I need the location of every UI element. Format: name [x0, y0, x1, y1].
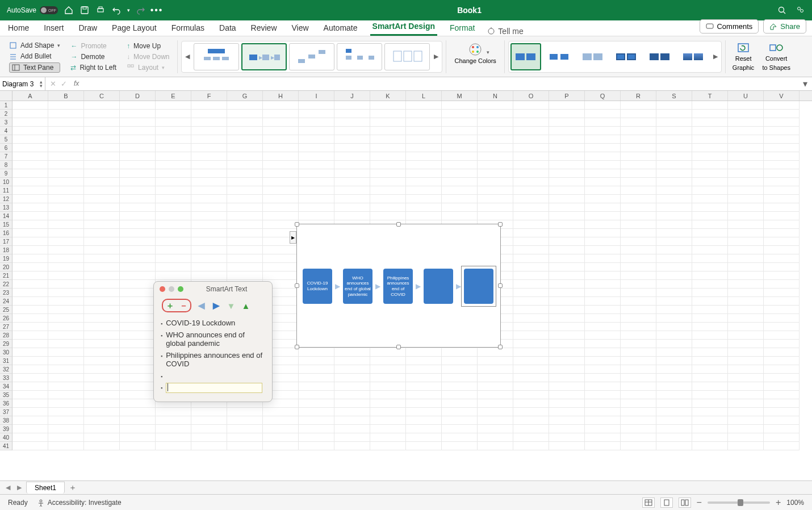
col-header[interactable]: L: [406, 91, 442, 101]
row-header[interactable]: 21: [0, 271, 12, 280]
smartart-box-3[interactable]: Philippines announces end of COVID: [383, 269, 413, 304]
text-pane-button[interactable]: Text Pane: [9, 62, 60, 73]
max-dot-icon[interactable]: [178, 286, 183, 292]
row-header[interactable]: 39: [0, 425, 12, 433]
promote-arrow-icon[interactable]: ◀: [197, 301, 206, 310]
row-header[interactable]: 23: [0, 289, 12, 297]
text-pane-item[interactable]: ▪Philippines announces end of COVID: [161, 349, 265, 370]
print-icon[interactable]: [95, 5, 106, 15]
row-header[interactable]: 1: [0, 101, 12, 110]
text-pane-item[interactable]: ▪: [161, 370, 265, 381]
col-header[interactable]: U: [728, 91, 764, 101]
row-header[interactable]: 2: [0, 110, 12, 118]
add-shape-button[interactable]: Add Shape▾: [9, 41, 60, 50]
col-header[interactable]: E: [156, 91, 191, 101]
undo-dropdown-icon[interactable]: ▾: [127, 7, 130, 13]
redo-icon[interactable]: [136, 5, 146, 15]
smartart-box-4[interactable]: [424, 269, 453, 304]
layout-option-5[interactable]: [384, 43, 430, 70]
share-button[interactable]: Share: [763, 19, 806, 34]
row-header[interactable]: 10: [0, 178, 12, 186]
spreadsheet-grid[interactable]: A B C D E F G H I J K L M N O P Q R S T …: [0, 91, 812, 460]
tab-view[interactable]: View: [290, 21, 311, 36]
col-header[interactable]: H: [263, 91, 299, 101]
home-icon[interactable]: [64, 5, 74, 15]
style-option-1[interactable]: [510, 43, 541, 70]
col-header[interactable]: I: [299, 91, 334, 101]
smartart-box-5[interactable]: [464, 269, 493, 304]
demote-button[interactable]: →Demote: [70, 52, 116, 61]
coauthor-icon[interactable]: [795, 5, 805, 15]
col-header[interactable]: Q: [585, 91, 621, 101]
rtl-button[interactable]: ⇄Right to Left: [70, 63, 116, 72]
tab-automate[interactable]: Automate: [321, 21, 360, 36]
text-pane-item[interactable]: ▪WHO announces end of global pandemic: [161, 329, 265, 349]
tab-review[interactable]: Review: [249, 21, 279, 36]
layout-button[interactable]: Layout▾: [127, 63, 169, 72]
add-sheet-button[interactable]: ＋: [67, 483, 78, 493]
view-page-break-icon[interactable]: [679, 498, 691, 508]
zoom-level[interactable]: 100%: [786, 499, 804, 507]
text-pane-item[interactable]: ▪COVID-19 Lockdown: [161, 317, 265, 329]
col-header[interactable]: O: [513, 91, 549, 101]
col-header[interactable]: V: [764, 91, 800, 101]
col-header[interactable]: P: [549, 91, 585, 101]
row-header[interactable]: 11: [0, 186, 12, 195]
row-header[interactable]: 34: [0, 382, 12, 391]
tab-home[interactable]: Home: [6, 21, 31, 36]
col-header[interactable]: B: [48, 91, 84, 101]
smartart-box-1[interactable]: COVID-19 Lockdown: [303, 269, 332, 304]
col-header[interactable]: S: [656, 91, 692, 101]
style-option-6[interactable]: [678, 43, 709, 70]
row-header[interactable]: 40: [0, 433, 12, 442]
undo-icon[interactable]: [111, 5, 122, 15]
row-header[interactable]: 16: [0, 229, 12, 237]
layout-option-3[interactable]: [289, 43, 334, 70]
sheet-tab[interactable]: Sheet1: [26, 482, 65, 494]
row-header[interactable]: 22: [0, 280, 12, 289]
save-icon[interactable]: [79, 5, 90, 15]
row-header[interactable]: 26: [0, 314, 12, 323]
tab-draw[interactable]: Draw: [76, 21, 99, 36]
row-header[interactable]: 24: [0, 297, 12, 306]
col-header[interactable]: N: [478, 91, 513, 101]
tellme[interactable]: Tell me: [487, 27, 523, 36]
layouts-prev[interactable]: ◀: [183, 43, 191, 70]
row-header[interactable]: 8: [0, 161, 12, 169]
zoom-out-button[interactable]: −: [697, 498, 702, 508]
demote-arrow-icon[interactable]: ▶: [212, 301, 221, 310]
style-option-5[interactable]: [644, 43, 675, 70]
more-icon[interactable]: •••: [152, 5, 162, 15]
row-header[interactable]: 13: [0, 203, 12, 212]
comments-button[interactable]: Comments: [700, 19, 759, 34]
col-header[interactable]: J: [334, 91, 370, 101]
convert-to-shapes-button[interactable]: Convert to Shapes: [759, 41, 794, 71]
smartart-box-2[interactable]: WHO announces end of global pandemic: [343, 269, 372, 304]
min-dot-icon[interactable]: [169, 286, 174, 292]
confirm-icon[interactable]: ✓: [61, 80, 67, 88]
layouts-next[interactable]: ▶: [432, 43, 440, 70]
col-header[interactable]: G: [227, 91, 263, 101]
col-header[interactable]: C: [84, 91, 120, 101]
zoom-in-button[interactable]: +: [776, 498, 781, 508]
sheet-next-icon[interactable]: ▶: [15, 484, 24, 491]
smartart-object[interactable]: ▶ COVID-19 Lockdown ▶ WHO announces end …: [296, 224, 501, 348]
reset-graphic-button[interactable]: Reset Graphic: [729, 41, 758, 71]
row-header[interactable]: 38: [0, 416, 12, 425]
row-header[interactable]: 41: [0, 442, 12, 450]
tab-page-layout[interactable]: Page Layout: [110, 21, 159, 36]
row-header[interactable]: 27: [0, 323, 12, 331]
tab-smartart-design[interactable]: SmartArt Design: [370, 19, 437, 36]
move-up-button[interactable]: ↑Move Up: [127, 41, 169, 51]
move-down-button[interactable]: ↓Move Down: [127, 52, 169, 61]
style-option-3[interactable]: [577, 43, 608, 70]
smartart-text-pane[interactable]: SmartArt Text ＋ － ◀ ▶ ▼ ▲ ▪COVID-19 Lock…: [153, 281, 273, 402]
zoom-slider[interactable]: [708, 501, 770, 504]
sheet-prev-icon[interactable]: ◀: [3, 484, 12, 491]
tab-formulas[interactable]: Formulas: [169, 21, 207, 36]
view-page-layout-icon[interactable]: [660, 498, 673, 508]
tab-format[interactable]: Format: [447, 21, 477, 36]
row-header[interactable]: 12: [0, 195, 12, 203]
row-header[interactable]: 25: [0, 306, 12, 314]
text-pane-input[interactable]: [166, 383, 262, 393]
